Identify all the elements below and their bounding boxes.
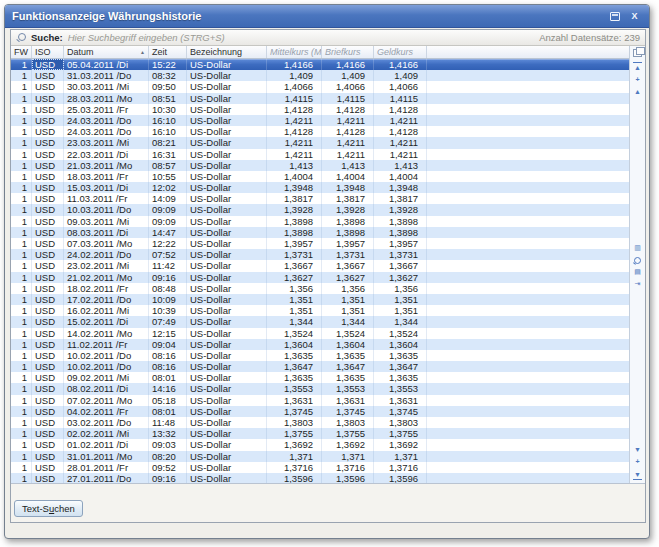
table-row[interactable]: 1USD23.03.2011 /Mi08:21US-Dollar1,42111,…: [11, 137, 629, 148]
column-header-mittelkurs[interactable]: Mittelkurs (MN): [267, 46, 322, 58]
cell-mittelkurs: 1,3631: [267, 395, 322, 406]
table-row[interactable]: 1USD25.03.2011 /Fr10:30US-Dollar1,41281,…: [11, 104, 629, 115]
table-row[interactable]: 1USD10.03.2011 /Do09:09US-Dollar1,39281,…: [11, 204, 629, 215]
cell-mittelkurs: 1,3928: [267, 204, 322, 215]
table-row[interactable]: 1USD31.03.2011 /Do08:32US-Dollar1,4091,4…: [11, 70, 629, 81]
table-row[interactable]: 1USD07.02.2011 /Mo05:18US-Dollar1,36311,…: [11, 395, 629, 406]
search-input[interactable]: Hier Suchbegriff eingeben (STRG+S): [68, 32, 539, 43]
text-search-button[interactable]: Text-Suchen: [14, 500, 83, 517]
table-row[interactable]: 1USD02.02.2011 /Mi13:32US-Dollar1,37551,…: [11, 428, 629, 439]
cell-filler: [427, 81, 629, 92]
scroll-last-icon[interactable]: ▼: [633, 470, 642, 480]
column-header-briefkurs[interactable]: Briefkurs: [322, 46, 374, 58]
table-row[interactable]: 1USD07.03.2011 /Mo12:22US-Dollar1,39571,…: [11, 238, 629, 249]
table-row[interactable]: 1USD17.02.2011 /Do10:09US-Dollar1,3511,3…: [11, 294, 629, 305]
table-row[interactable]: 1USD11.02.2011 /Fr09:04US-Dollar1,36041,…: [11, 339, 629, 350]
cell-bezeichnung: US-Dollar: [187, 93, 267, 104]
cell-briefkurs: 1,4211: [322, 115, 374, 126]
cell-fw: 1: [11, 227, 32, 238]
table-row[interactable]: 1USD21.02.2011 /Mo09:16US-Dollar1,36271,…: [11, 272, 629, 283]
table-row[interactable]: 1USD10.02.2011 /Do08:16US-Dollar1,36471,…: [11, 361, 629, 372]
column-header-fw[interactable]: FW: [11, 46, 32, 58]
cell-zeit: 08:32: [149, 70, 187, 81]
table-row[interactable]: 1USD18.03.2011 /Fr10:55US-Dollar1,40041,…: [11, 171, 629, 182]
cell-datum: 22.03.2011 /Di: [64, 149, 149, 160]
table-row[interactable]: 1USD08.02.2011 /Di14:16US-Dollar1,35531,…: [11, 383, 629, 394]
cell-mittelkurs: 1,3745: [267, 406, 322, 417]
column-header-geldkurs[interactable]: Geldkurs: [374, 46, 427, 58]
table-row[interactable]: 1USD22.03.2011 /Di16:31US-Dollar1,42111,…: [11, 149, 629, 160]
table-row[interactable]: 1USD24.03.2011 /Do16:10US-Dollar1,42111,…: [11, 115, 629, 126]
column-header-zeit[interactable]: Zeit: [149, 46, 187, 58]
cell-fw: 1: [11, 204, 32, 215]
cell-filler: [427, 451, 629, 462]
table-row[interactable]: 1USD01.02.2011 /Di09:03US-Dollar1,36921,…: [11, 439, 629, 450]
cell-bezeichnung: US-Dollar: [187, 171, 267, 182]
scroll-down-icon[interactable]: ▼: [633, 446, 642, 454]
cell-iso: USD: [32, 350, 64, 361]
cell-fw: 1: [11, 395, 32, 406]
table-row[interactable]: 1USD03.02.2011 /Do11:48US-Dollar1,38031,…: [11, 417, 629, 428]
table-row[interactable]: 1USD04.02.2011 /Fr08:01US-Dollar1,37451,…: [11, 406, 629, 417]
cell-briefkurs: 1,413: [322, 160, 374, 171]
cell-datum: 07.02.2011 /Mo: [64, 395, 149, 406]
table-row[interactable]: 1USD08.03.2011 /Di14:47US-Dollar1,38981,…: [11, 227, 629, 238]
cell-bezeichnung: US-Dollar: [187, 249, 267, 260]
grid-scrollbar[interactable]: ▲+▲ ▥▤⇥ ▼+▼: [629, 46, 645, 483]
cell-filler: [427, 149, 629, 160]
table-row[interactable]: 1USD21.03.2011 /Mo08:57US-Dollar1,4131,4…: [11, 160, 629, 171]
columns-icon[interactable]: ▥: [633, 244, 642, 252]
table-row[interactable]: 1USD15.03.2011 /Di12:02US-Dollar1,39481,…: [11, 182, 629, 193]
details-icon[interactable]: ▤: [633, 268, 642, 276]
table-row[interactable]: 1USD09.03.2011 /Mi09:09US-Dollar1,38981,…: [11, 216, 629, 227]
zoom-icon[interactable]: [633, 256, 642, 264]
table-row[interactable]: 1USD30.03.2011 /Mi09:50US-Dollar1,40661,…: [11, 81, 629, 92]
cell-bezeichnung: US-Dollar: [187, 115, 267, 126]
table-row[interactable]: 1USD11.03.2011 /Fr14:09US-Dollar1,38171,…: [11, 193, 629, 204]
table-row[interactable]: 1USD18.02.2011 /Fr08:48US-Dollar1,3561,3…: [11, 283, 629, 294]
table-row[interactable]: 1USD23.02.2011 /Mi11:42US-Dollar1,36671,…: [11, 260, 629, 271]
table-row[interactable]: 1USD10.02.2011 /Do08:16US-Dollar1,36351,…: [11, 350, 629, 361]
cell-datum: 28.01.2011 /Fr: [64, 462, 149, 473]
cell-bezeichnung: US-Dollar: [187, 406, 267, 417]
column-header-iso[interactable]: ISO: [32, 46, 64, 58]
scroll-up-icon[interactable]: ▲: [633, 88, 642, 96]
column-chooser-icon[interactable]: [633, 49, 642, 57]
table-row[interactable]: 1USD15.02.2011 /Di07:49US-Dollar1,3441,3…: [11, 316, 629, 327]
table-row[interactable]: 1USD28.03.2011 /Mo08:51US-Dollar1,41151,…: [11, 93, 629, 104]
table-row[interactable]: 1USD05.04.2011 /Di15:22US-Dollar1,41661,…: [11, 59, 629, 70]
scroll-page-up-icon[interactable]: +: [633, 76, 642, 84]
table-row[interactable]: 1USD28.01.2011 /Fr09:52US-Dollar1,37161,…: [11, 462, 629, 473]
column-header-filler[interactable]: [427, 46, 629, 58]
cell-iso: USD: [32, 294, 64, 305]
cell-bezeichnung: US-Dollar: [187, 81, 267, 92]
cell-iso: USD: [32, 462, 64, 473]
titlebar[interactable]: Funktionsanzeige Währungshistorie X: [5, 5, 649, 28]
table-row[interactable]: 1USD16.02.2011 /Mi10:39US-Dollar1,3511,3…: [11, 305, 629, 316]
cell-datum: 14.02.2011 /Mo: [64, 328, 149, 339]
cell-bezeichnung: US-Dollar: [187, 137, 267, 148]
table-row[interactable]: 1USD24.03.2011 /Do16:10US-Dollar1,41281,…: [11, 126, 629, 137]
table-row[interactable]: 1USD31.01.2011 /Mo08:20US-Dollar1,3711,3…: [11, 451, 629, 462]
column-header-bezeichnung[interactable]: Bezeichnung: [187, 46, 267, 58]
table-row[interactable]: 1USD14.02.2011 /Mo12:15US-Dollar1,35241,…: [11, 328, 629, 339]
cell-geldkurs: 1,4115: [374, 93, 427, 104]
close-button[interactable]: X: [627, 10, 642, 23]
cell-briefkurs: 1,4166: [322, 59, 374, 70]
scroll-first-icon[interactable]: ▲: [633, 62, 642, 72]
cell-geldkurs: 1,3631: [374, 395, 427, 406]
cell-geldkurs: 1,3604: [374, 339, 427, 350]
search-bar[interactable]: Suche: Hier Suchbegriff eingeben (STRG+S…: [11, 30, 645, 46]
restore-button[interactable]: [607, 10, 622, 23]
jump-right-icon[interactable]: ⇥: [633, 280, 642, 288]
cell-iso: USD: [32, 272, 64, 283]
table-row[interactable]: 1USD09.02.2011 /Mi08:01US-Dollar1,36351,…: [11, 372, 629, 383]
table-row[interactable]: 1USD27.01.2011 /Do09:16US-Dollar1,35961,…: [11, 473, 629, 483]
cell-filler: [427, 126, 629, 137]
column-header-datum[interactable]: Datum▲: [64, 46, 149, 58]
scroll-page-down-icon[interactable]: +: [633, 458, 642, 466]
cell-bezeichnung: US-Dollar: [187, 238, 267, 249]
cell-geldkurs: 1,4128: [374, 104, 427, 115]
cell-filler: [427, 272, 629, 283]
table-row[interactable]: 1USD24.02.2011 /Do07:52US-Dollar1,37311,…: [11, 249, 629, 260]
